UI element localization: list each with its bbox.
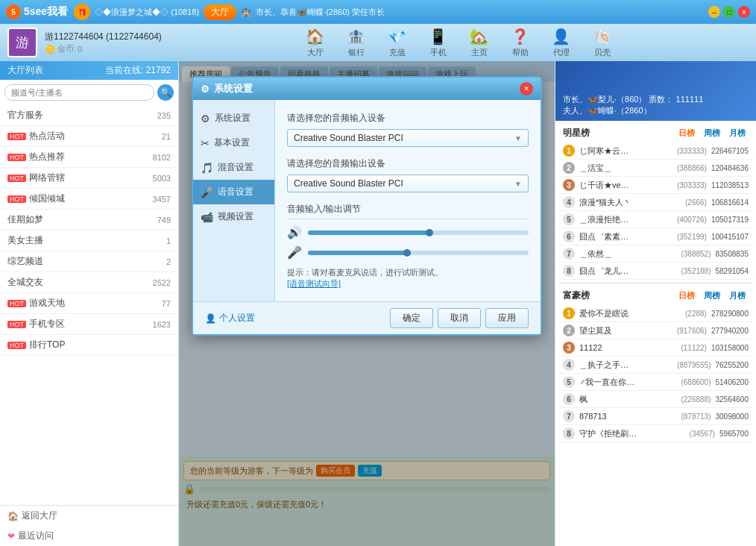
rich-tab-day[interactable]: 日榜 — [675, 289, 698, 302]
output-device-select[interactable]: Creative Sound Blaster PCI ▼ — [287, 175, 529, 192]
sidebar-item-beauty[interactable]: HOT倾国倾城 3457 — [0, 189, 178, 210]
system-settings-icon: ⚙ — [201, 113, 210, 125]
sidebar-item-hot-recommend[interactable]: HOT热点推荐 8102 — [0, 147, 178, 168]
star-score-3: 112038513 — [711, 181, 749, 189]
votes-label: 票数： — [649, 95, 673, 104]
voice-test-link[interactable]: [语音测试向导] — [287, 278, 529, 289]
close-button[interactable]: × — [738, 6, 750, 18]
output-volume-thumb[interactable] — [426, 229, 433, 236]
rank-num-4: 4 — [563, 196, 575, 208]
nav-recharge[interactable]: 💎 充值 — [388, 28, 406, 58]
adjust-label: 音频输入/输出调节 — [287, 203, 529, 219]
rich-tab-week[interactable]: 周榜 — [701, 289, 723, 302]
dream-count: 749 — [157, 216, 171, 225]
rich-score-3: 103158000 — [711, 344, 749, 352]
dialog-nav-basic-label: 基本设置 — [214, 136, 250, 149]
person-icon: 👤 — [205, 313, 216, 324]
nav-help[interactable]: ❓ 帮助 — [511, 28, 529, 58]
sidebar-item-ranking[interactable]: HOT排行TOP — [0, 335, 178, 356]
mic-icon: 🎤 — [287, 245, 302, 260]
nav-mobile[interactable]: 📱 手机 — [429, 28, 447, 58]
sidebar-item-dream[interactable]: 佳期如梦 749 — [0, 210, 178, 230]
games-count: 77 — [162, 299, 171, 308]
search-button[interactable]: 🔍 — [157, 84, 174, 101]
maximize-button[interactable]: □ — [723, 6, 735, 18]
dialog-nav-video-label: 视频设置 — [218, 210, 253, 223]
rank-num-8: 8 — [563, 265, 575, 277]
minimize-button[interactable]: – — [708, 6, 720, 18]
sidebar-item-anchor[interactable]: 美女主播 1 — [0, 230, 178, 251]
divider — [558, 283, 753, 283]
wife-line: 夫人、🦋蝴蝶·（2860） — [563, 105, 703, 116]
dialog-nav: ⚙ 系统设置 ✂ 基本设置 🎵 混音设置 🎤 — [193, 100, 275, 301]
cancel-button[interactable]: 取消 — [438, 308, 481, 328]
rich-name-7: 878713 — [579, 412, 676, 421]
star-id-3: (303333) — [677, 181, 707, 189]
input-device-select[interactable]: Creative Sound Blaster PCI ▼ — [287, 129, 529, 147]
sidebar-item-variety[interactable]: 综艺频道 2 — [0, 251, 178, 272]
sidebar-items: 官方服务 235 HOT热点活动 21 HOT热点推荐 8102 HOT网络管辖… — [0, 105, 178, 505]
hot-activity-label: 热点活动 — [29, 130, 65, 142]
ranking-label: 排行TOP — [29, 339, 65, 351]
sidebar-search: 🔍 — [0, 80, 178, 105]
dialog-nav-audio[interactable]: 🎵 混音设置 — [193, 155, 274, 180]
dialog-nav-video[interactable]: 📹 视频设置 — [193, 204, 274, 229]
star-tab-week[interactable]: 周榜 — [701, 127, 723, 139]
logo-icon: 5 — [6, 4, 21, 19]
rich-rank-num-6: 6 — [563, 393, 575, 405]
variety-count: 2 — [166, 257, 171, 266]
rich-name-2: 望尘莫及 — [579, 325, 672, 336]
apply-button[interactable]: 应用 — [485, 308, 529, 328]
rank-num-7: 7 — [563, 248, 575, 260]
star-ranking-list: 1 じ阿寒★云… (333333) 226467105 2 ＿活宝＿ (3888… — [558, 142, 753, 280]
star-name-1: じ阿寒★云… — [579, 145, 672, 157]
input-volume-thumb[interactable] — [403, 249, 411, 257]
dialog-nav-system[interactable]: ⚙ 系统设置 — [193, 106, 274, 131]
mobile-section-count: 1623 — [153, 320, 171, 329]
nav-hall[interactable]: 🏠 大厅 — [306, 28, 324, 58]
dialog-nav-basic[interactable]: ✂ 基本设置 — [193, 131, 274, 155]
input-volume-fill — [308, 251, 407, 255]
network-count: 5003 — [153, 174, 171, 183]
back-to-hall[interactable]: 🏠 返回大厅 — [0, 506, 178, 526]
hot-activity-count: 21 — [162, 132, 171, 141]
nav-bank[interactable]: 🏦 银行 — [347, 28, 365, 58]
left-sidebar: 大厅列表 当前在线: 21792 🔍 官方服务 235 HOT热点活动 21 H… — [0, 61, 179, 546]
bank-label: 银行 — [348, 47, 365, 58]
star-name-2: ＿活宝＿ — [579, 163, 672, 174]
output-device-row: Creative Sound Blaster PCI ▼ — [287, 175, 529, 192]
nav-shell[interactable]: 🐚 贝壳 — [593, 28, 611, 58]
output-volume-track[interactable] — [308, 230, 529, 235]
rich-name-4: ＿执子之手… — [579, 360, 672, 371]
star-tab-day[interactable]: 日榜 — [675, 127, 698, 139]
personal-settings-link[interactable]: 👤 个人设置 — [205, 312, 255, 324]
nav-home[interactable]: 🏡 主页 — [470, 28, 488, 58]
rich-id-5: (688600) — [681, 378, 711, 386]
dialog-close-button[interactable]: × — [520, 82, 533, 95]
mayor-info: 市长、🦋梨儿·（860） 票数： 111111 — [563, 94, 703, 105]
sidebar-item-friends[interactable]: 全城交友 2522 — [0, 272, 178, 293]
rich-name-1: 爱你不是瞎说 — [579, 308, 681, 319]
nav-agent[interactable]: 👤 代理 — [552, 28, 570, 58]
search-input[interactable] — [4, 84, 154, 101]
sidebar-item-hot-activity[interactable]: HOT热点活动 21 — [0, 126, 178, 147]
star-rank-2: 2 ＿活宝＿ (388866) 120484636 — [558, 160, 753, 177]
sidebar-item-mobile[interactable]: HOT手机专区 1623 — [0, 314, 178, 335]
online-label: 当前在线: — [105, 65, 143, 75]
recharge-icon: 💎 — [388, 28, 406, 46]
sidebar-item-network[interactable]: HOT网络管辖 5003 — [0, 168, 178, 189]
top-banner: 市长、🦋梨儿·（860） 票数： 111111 夫人、🦋蝴蝶·（2860） — [555, 61, 756, 121]
dialog-nav-voice[interactable]: 🎤 语音设置 — [193, 180, 274, 204]
big-hall-button[interactable]: 大厅 — [204, 4, 236, 20]
dream-label: 佳期如梦 — [7, 213, 43, 226]
confirm-button[interactable]: 确定 — [390, 308, 433, 328]
rich-tab-month[interactable]: 月榜 — [726, 289, 749, 302]
recent-visits[interactable]: ❤ 最近访问 — [0, 526, 178, 546]
middle-panel: 推荐房间 公告预告 回看格格 主播招募 游戏问问 游戏上玩 ⚙ 系统设置 × — [179, 61, 555, 546]
star-score-1: 226467105 — [711, 147, 749, 155]
star-score-5: 105017319 — [711, 216, 749, 224]
sidebar-item-official[interactable]: 官方服务 235 — [0, 105, 178, 126]
sidebar-item-games[interactable]: HOT游戏天地 77 — [0, 293, 178, 314]
input-volume-track[interactable] — [308, 251, 529, 255]
star-tab-month[interactable]: 月榜 — [726, 127, 749, 139]
